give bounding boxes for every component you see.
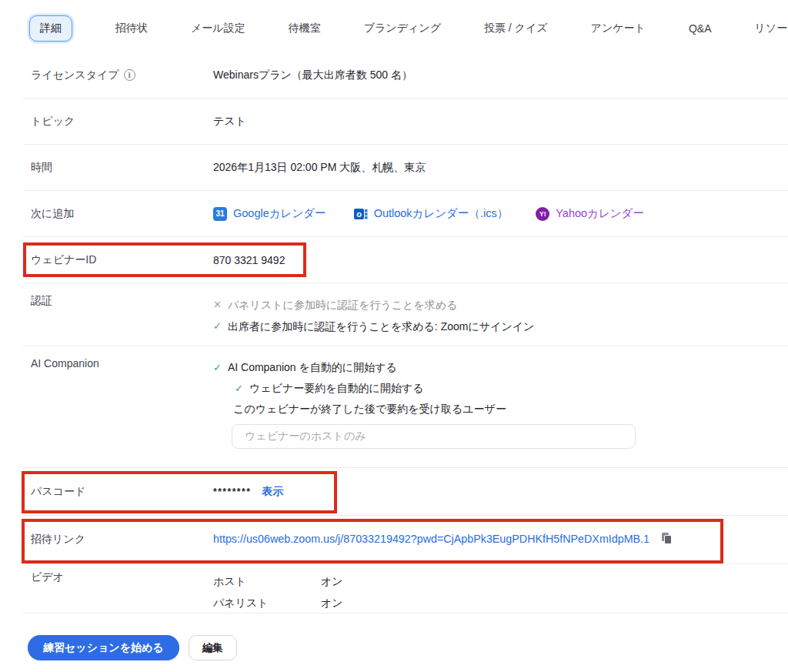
license-type-value: Webinarsプラン（最大出席者数 500 名） — [213, 69, 412, 82]
tab-invitation[interactable]: 招待状 — [115, 16, 148, 41]
passcode-masked-value: ******** — [213, 486, 251, 497]
tab-resources[interactable]: リソース — [755, 16, 788, 41]
ai-summary-recipients-label: このウェビナーが終了した後で要約を受け取るユーザー — [233, 399, 636, 420]
tab-qa[interactable]: Q&A — [689, 17, 712, 40]
video-panelist-value: オン — [321, 592, 343, 613]
ai-auto-summary-setting: ✓ ウェビナー要約を自動的に開始する — [235, 378, 636, 399]
row-webinar-id: ウェビナーID 870 3321 9492 — [23, 237, 788, 283]
topic-label: トピック — [31, 115, 75, 129]
add-to-label: 次に追加 — [31, 207, 74, 221]
svg-text:o: o — [356, 209, 362, 219]
ai-auto-start-setting: ✓ AI Companion を自動的に開始する — [213, 357, 636, 378]
outlook-calendar-icon: o — [354, 207, 368, 221]
video-host-row: ホスト オン — [213, 570, 343, 592]
ai-companion-label: AI Companion — [31, 357, 99, 369]
row-invite-link: 招待リンク https://us06web.zoom.us/j/87033219… — [23, 516, 788, 564]
invite-link-url[interactable]: https://us06web.zoom.us/j/87033219492?pw… — [213, 533, 649, 545]
outlook-calendar-link[interactable]: o Outlookカレンダー（.ics） — [354, 206, 509, 221]
video-host-value: オン — [321, 570, 343, 592]
info-icon[interactable]: i — [124, 69, 135, 81]
tab-survey[interactable]: アンケート — [591, 16, 646, 41]
auth-panelist-text: パネリストに参加時に認証を行うことを求める — [228, 294, 458, 316]
tab-branding[interactable]: ブランディング — [364, 16, 441, 41]
video-panelist-row: パネリスト オン — [213, 592, 343, 613]
copy-icon[interactable] — [660, 532, 673, 547]
video-label: ビデオ — [31, 570, 64, 584]
topic-value: テスト — [213, 115, 246, 129]
row-add-to-calendar: 次に追加 31 Googleカレンダー o — [23, 191, 788, 237]
tab-email-settings[interactable]: メール設定 — [191, 16, 245, 41]
tab-details[interactable]: 詳細 — [29, 15, 72, 42]
auth-attendee-text: 出席者に参加時に認証を行うことを求める: Zoomにサインイン — [228, 316, 535, 337]
yahoo-calendar-label: Yahooカレンダー — [556, 206, 644, 221]
time-value: 2026年1月13日 02:00 PM 大阪、札幌、東京 — [213, 161, 426, 175]
outlook-calendar-label: Outlookカレンダー（.ics） — [374, 206, 509, 221]
x-icon: ✕ — [213, 294, 222, 316]
action-bar: 練習セッションを始める 編集 — [28, 635, 788, 660]
row-authentication: 認証 ✕ パネリストに参加時に認証を行うことを求める ✓ 出席者に参加時に認証を… — [23, 283, 788, 346]
time-label: 時間 — [31, 161, 52, 175]
tab-polls-quizzes[interactable]: 投票 / クイズ — [484, 16, 548, 41]
ai-auto-summary-text: ウェビナー要約を自動的に開始する — [249, 378, 424, 399]
row-topic: トピック テスト — [23, 99, 788, 145]
webinar-id-value: 870 3321 9492 — [213, 254, 285, 266]
auth-panelist-setting: ✕ パネリストに参加時に認証を行うことを求める — [213, 294, 534, 316]
invite-link-label: 招待リンク — [31, 533, 85, 547]
start-practice-session-button[interactable]: 練習セッションを始める — [28, 635, 179, 660]
video-panelist-label: パネリスト — [213, 592, 321, 613]
check-icon: ✓ — [213, 316, 222, 337]
google-calendar-link[interactable]: 31 Googleカレンダー — [213, 206, 326, 221]
yahoo-calendar-link[interactable]: Y! Yahooカレンダー — [536, 206, 644, 221]
webinar-detail-page: 詳細 招待状 メール設定 待機室 ブランディング 投票 / クイズ アンケート … — [0, 0, 788, 672]
tab-waiting-room[interactable]: 待機室 — [289, 16, 321, 41]
row-ai-companion: AI Companion ✓ AI Companion を自動的に開始する ✓ … — [23, 346, 788, 468]
detail-rows: ライセンスタイプ i Webinarsプラン（最大出席者数 500 名） トピッ… — [23, 52, 788, 613]
row-video: ビデオ ホスト オン パネリスト オン — [23, 564, 788, 613]
license-type-label: ライセンスタイプ — [31, 69, 119, 82]
check-icon: ✓ — [213, 357, 222, 378]
authentication-label: 認証 — [31, 294, 52, 308]
auth-attendee-setting: ✓ 出席者に参加時に認証を行うことを求める: Zoomにサインイン — [213, 316, 534, 337]
google-calendar-icon: 31 — [213, 207, 227, 221]
yahoo-calendar-icon: Y! — [536, 207, 549, 221]
ai-summary-recipients-input[interactable]: ウェビナーのホストのみ — [232, 424, 636, 449]
row-passcode: パスコード ******** 表示 — [23, 468, 788, 516]
check-icon: ✓ — [235, 378, 243, 399]
passcode-show-link[interactable]: 表示 — [262, 485, 283, 497]
ai-auto-start-text: AI Companion を自動的に開始する — [228, 357, 397, 378]
edit-button[interactable]: 編集 — [189, 635, 237, 660]
webinar-id-label: ウェビナーID — [31, 253, 96, 267]
passcode-label: パスコード — [31, 485, 85, 499]
tab-bar: 詳細 招待状 メール設定 待機室 ブランディング 投票 / クイズ アンケート … — [0, 0, 788, 48]
video-host-label: ホスト — [213, 570, 321, 592]
row-license-type: ライセンスタイプ i Webinarsプラン（最大出席者数 500 名） — [23, 52, 788, 99]
row-time: 時間 2026年1月13日 02:00 PM 大阪、札幌、東京 — [23, 145, 788, 191]
google-calendar-label: Googleカレンダー — [233, 206, 326, 221]
